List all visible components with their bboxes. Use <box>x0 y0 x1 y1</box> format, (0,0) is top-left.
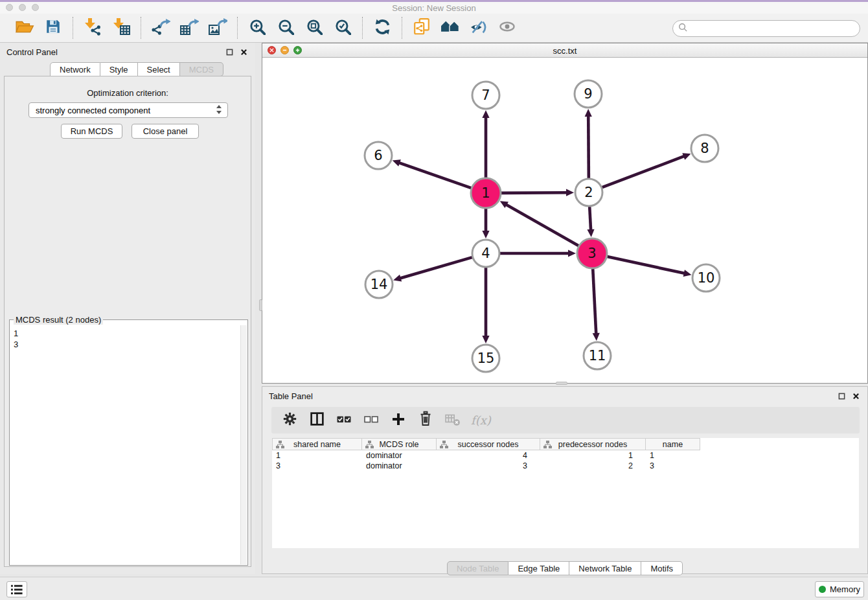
criterion-selected-value: strongly connected component <box>36 106 216 115</box>
save-session-button[interactable] <box>41 16 65 40</box>
network-window-title: scc.txt <box>262 46 867 56</box>
delete-column-icon <box>418 411 433 430</box>
gear-button[interactable] <box>280 411 299 430</box>
edge-2-8[interactable] <box>602 156 685 187</box>
show-hidden-icon <box>498 19 516 37</box>
run-mcds-button[interactable]: Run MCDS <box>61 124 122 139</box>
control-panel-tabs: NetworkStyleSelectMCDS <box>50 62 223 76</box>
open-session-button[interactable] <box>13 16 36 40</box>
arrowhead-3-10 <box>683 270 692 277</box>
duplicate-network-icon <box>413 18 431 38</box>
mcds-result-line: 3 <box>14 339 240 350</box>
network-view-window: scc.txt 7968124314101511 <box>262 43 868 384</box>
zoom-selected-icon <box>334 18 351 38</box>
show-all-networks-button[interactable] <box>439 16 462 40</box>
export-image-icon <box>208 18 227 38</box>
graph-node-label: 3 <box>588 246 596 261</box>
column-header-predecessor-nodes[interactable]: predecessor nodes <box>540 438 646 450</box>
status-bar: Memory <box>0 577 868 600</box>
deselect-all-button[interactable] <box>362 411 380 430</box>
table-cell: 1 <box>540 450 646 461</box>
graph-node-label: 15 <box>477 351 495 366</box>
float-table-panel-icon[interactable] <box>836 391 847 400</box>
import-network-icon <box>83 18 102 38</box>
tab-network[interactable]: Network <box>50 62 100 76</box>
criterion-select[interactable]: strongly connected component <box>29 102 228 118</box>
task-history-button[interactable] <box>6 581 27 597</box>
result-scrollbar[interactable] <box>240 325 247 564</box>
splitter-handle-horizontal[interactable] <box>556 382 567 385</box>
hierarchy-icon <box>543 441 552 450</box>
function-builder-button: f(x) <box>471 413 491 427</box>
close-panel-button[interactable]: Close panel <box>131 124 199 139</box>
search-input[interactable] <box>672 20 860 37</box>
graph-node-label: 7 <box>481 87 490 103</box>
table-row[interactable]: 3dominator323 <box>272 461 859 471</box>
arrowhead-1-7 <box>482 110 489 118</box>
column-header-successor-nodes[interactable]: successor nodes <box>437 438 540 450</box>
tab-style[interactable]: Style <box>100 62 138 76</box>
hide-selected-button[interactable] <box>467 16 490 40</box>
import-table-icon <box>111 18 131 38</box>
edge-2-3[interactable] <box>589 207 591 231</box>
column-header-shared-name[interactable]: shared name <box>272 438 362 450</box>
table-toolbar: f(x) <box>271 407 860 433</box>
table-cell: 1 <box>272 450 362 461</box>
export-network-button[interactable] <box>149 16 172 40</box>
graph-node-label: 2 <box>584 185 593 200</box>
tab-edge-table[interactable]: Edge Table <box>508 561 569 575</box>
mcds-result-text[interactable]: 13 <box>10 325 240 564</box>
edge-3-10[interactable] <box>607 257 685 273</box>
close-table-panel-icon[interactable] <box>851 391 861 400</box>
zoom-fit-button[interactable] <box>303 16 326 40</box>
column-header-label: shared name <box>293 440 341 449</box>
edge-1-2[interactable] <box>501 192 567 193</box>
node-table-header: shared nameMCDS rolesuccessor nodesprede… <box>272 438 859 450</box>
network-canvas[interactable]: 7968124314101511 <box>262 58 867 384</box>
tab-motifs[interactable]: Motifs <box>641 561 683 575</box>
tab-select[interactable]: Select <box>138 62 180 76</box>
export-image-button[interactable] <box>206 16 229 40</box>
add-column-button[interactable] <box>389 411 407 430</box>
column-header-MCDS-role[interactable]: MCDS role <box>362 438 437 450</box>
edge-3-1[interactable] <box>505 204 578 246</box>
graph-node-label: 1 <box>481 185 490 201</box>
import-table-button[interactable] <box>109 16 133 40</box>
tab-node-table[interactable]: Node Table <box>447 561 509 575</box>
edge-2-9[interactable] <box>588 115 589 178</box>
table-panel-tabs: Node TableEdge TableNetwork TableMotifs <box>262 561 867 575</box>
control-panel-title: Control Panel <box>6 47 220 57</box>
zoom-in-icon <box>249 18 266 38</box>
export-table-icon <box>179 18 199 38</box>
edge-1-6[interactable] <box>398 163 471 188</box>
delete-column-button[interactable] <box>417 411 435 430</box>
duplicate-network-button[interactable] <box>410 16 433 40</box>
edge-3-11[interactable] <box>593 269 596 334</box>
import-network-button[interactable] <box>81 16 104 40</box>
table-panel-title: Table Panel <box>269 391 832 401</box>
tab-network-table[interactable]: Network Table <box>569 561 641 575</box>
mcds-result-title: MCDS result (2 nodes) <box>14 315 103 325</box>
select-all-button[interactable] <box>335 411 353 430</box>
hierarchy-icon <box>440 441 448 450</box>
edge-4-14[interactable] <box>400 257 472 279</box>
mcds-result-box: MCDS result (2 nodes) 13 <box>9 319 248 566</box>
refresh-button[interactable] <box>371 16 394 40</box>
splitter-handle-vertical[interactable] <box>259 299 262 311</box>
zoom-out-button[interactable] <box>274 16 297 40</box>
column-header-name[interactable]: name <box>646 438 700 450</box>
export-table-button[interactable] <box>177 16 201 40</box>
tab-mcds[interactable]: MCDS <box>180 62 223 76</box>
zoom-selected-button[interactable] <box>331 16 354 40</box>
close-panel-icon[interactable] <box>238 47 249 56</box>
column-header-label: name <box>663 440 683 449</box>
app-title: Session: New Session <box>0 3 868 13</box>
graph-node-label: 10 <box>698 270 715 286</box>
columns-button[interactable] <box>308 411 326 430</box>
columns-icon <box>309 411 325 430</box>
zoom-in-button[interactable] <box>246 16 269 40</box>
memory-button[interactable]: Memory <box>815 581 864 597</box>
table-row[interactable]: 1dominator411 <box>272 450 859 461</box>
float-panel-icon[interactable] <box>224 47 234 56</box>
show-hidden-button[interactable] <box>496 16 519 40</box>
